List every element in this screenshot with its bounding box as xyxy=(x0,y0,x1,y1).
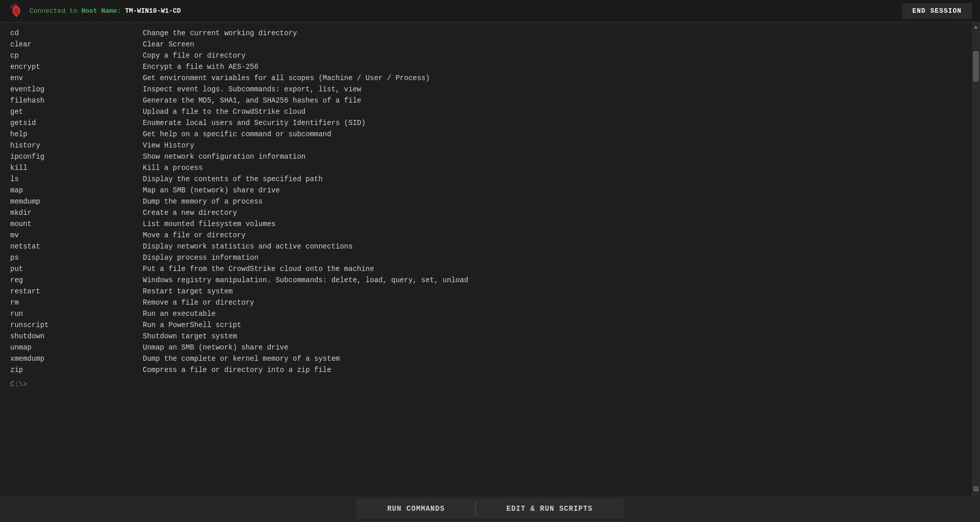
table-row: putPut a file from the CrowdStrike cloud… xyxy=(10,263,962,275)
command-desc: View History xyxy=(143,140,194,151)
table-row: runscriptRun a PowerShell script xyxy=(10,319,962,331)
table-row: rmRemove a file or directory xyxy=(10,297,962,308)
connection-label: Connected to xyxy=(30,7,78,15)
command-desc: List mounted filesystem volumes xyxy=(143,218,275,230)
falcon-logo-icon xyxy=(8,3,24,19)
table-row: xmemdumpDump the complete or kernel memo… xyxy=(10,353,962,364)
command-desc: Encrypt a file with AES-256 xyxy=(143,61,259,72)
table-row: lsDisplay the contents of the specified … xyxy=(10,173,962,185)
command-desc: Windows registry manipulation. Subcomman… xyxy=(143,275,469,286)
command-desc: Compress a file or directory into a zip … xyxy=(143,364,331,376)
table-row: zipCompress a file or directory into a z… xyxy=(10,364,962,376)
command-desc: Enumerate local users and Security Ident… xyxy=(143,117,366,129)
command-name: xmemdump xyxy=(10,353,143,364)
table-row: envGet environment variables for all sco… xyxy=(10,72,962,84)
table-row: helpGet help on a specific command or su… xyxy=(10,129,962,140)
command-name: runscript xyxy=(10,319,143,331)
table-row: ipconfigShow network configuration infor… xyxy=(10,151,962,162)
command-desc: Unmap an SMB (network) share drive xyxy=(143,342,289,353)
table-row: mkdirCreate a new directory xyxy=(10,207,962,218)
command-name: rm xyxy=(10,297,143,308)
command-name: netstat xyxy=(10,241,143,252)
edit-run-scripts-button[interactable]: EDIT & RUN SCRIPTS xyxy=(476,499,623,519)
command-name: put xyxy=(10,263,143,275)
command-name: run xyxy=(10,308,143,319)
command-desc: Remove a file or directory xyxy=(143,297,254,308)
command-name: reg xyxy=(10,275,143,286)
command-name: zip xyxy=(10,364,143,376)
command-desc: Clear Screen xyxy=(143,39,194,50)
table-row: mountList mounted filesystem volumes xyxy=(10,218,962,230)
command-name: cd xyxy=(10,28,143,39)
table-row: encryptEncrypt a file with AES-256 xyxy=(10,61,962,72)
command-desc: Get help on a specific command or subcom… xyxy=(143,129,331,140)
command-name: filehash xyxy=(10,95,143,106)
command-desc: Run an executable xyxy=(143,308,216,319)
command-name: getsid xyxy=(10,117,143,129)
host-prefix: Host Name: xyxy=(81,7,125,15)
command-name: kill xyxy=(10,162,143,173)
command-name: ps xyxy=(10,252,143,263)
scrollbar-track[interactable]: ▲ ⊡ xyxy=(972,22,980,495)
command-name: history xyxy=(10,140,143,151)
run-commands-button[interactable]: RUN COMMANDS xyxy=(356,499,475,519)
command-name: shutdown xyxy=(10,331,143,342)
command-name: restart xyxy=(10,286,143,297)
table-row: clearClear Screen xyxy=(10,39,962,50)
table-row: filehashGenerate the MD5, SHA1, and SHA2… xyxy=(10,95,962,106)
command-desc: Move a file or directory xyxy=(143,230,246,241)
command-name: memdump xyxy=(10,196,143,207)
table-row: restartRestart target system xyxy=(10,286,962,297)
command-name: help xyxy=(10,129,143,140)
table-row: killKill a process xyxy=(10,162,962,173)
command-name: unmap xyxy=(10,342,143,353)
command-desc: Shutdown target system xyxy=(143,331,237,342)
table-row: psDisplay process information xyxy=(10,252,962,263)
table-row: historyView History xyxy=(10,140,962,151)
table-row: eventlogInspect event logs. Subcommands:… xyxy=(10,84,962,95)
header: Connected to Host Name: TM-WIN10-W1-CD E… xyxy=(0,0,980,22)
bottom-bar: RUN COMMANDS EDIT & RUN SCRIPTS xyxy=(0,495,980,522)
command-desc: Display process information xyxy=(143,252,259,263)
hostname-label: Host Name: TM-WIN10-W1-CD xyxy=(81,7,180,15)
command-desc: Upload a file to the CrowdStrike cloud xyxy=(143,106,305,117)
command-name: cp xyxy=(10,50,143,61)
command-name: clear xyxy=(10,39,143,50)
header-left: Connected to Host Name: TM-WIN10-W1-CD xyxy=(8,3,180,19)
prompt-line: C:\> xyxy=(10,379,962,390)
command-desc: Put a file from the CrowdStrike cloud on… xyxy=(143,263,374,275)
terminal-output[interactable]: cdChange the current working directorycl… xyxy=(0,22,972,495)
table-row: runRun an executable xyxy=(10,308,962,319)
table-row: mapMap an SMB (network) share drive xyxy=(10,185,962,196)
command-name: ls xyxy=(10,173,143,185)
command-desc: Dump the complete or kernel memory of a … xyxy=(143,353,340,364)
command-desc: Copy a file or directory xyxy=(143,50,246,61)
table-row: mvMove a file or directory xyxy=(10,230,962,241)
table-row: shutdownShutdown target system xyxy=(10,331,962,342)
command-name: get xyxy=(10,106,143,117)
connection-status: Connected to Host Name: TM-WIN10-W1-CD xyxy=(30,7,180,15)
command-desc: Display network statistics and active co… xyxy=(143,241,353,252)
command-desc: Show network configuration information xyxy=(143,151,305,162)
command-desc: Change the current working directory xyxy=(143,28,297,39)
table-row: cdChange the current working directory xyxy=(10,28,962,39)
command-name: mkdir xyxy=(10,207,143,218)
command-desc: Map an SMB (network) share drive xyxy=(143,185,280,196)
command-desc: Inspect event logs. Subcommands: export,… xyxy=(143,84,361,95)
end-session-button[interactable]: END SESSION xyxy=(902,3,972,19)
command-table: cdChange the current working directorycl… xyxy=(10,28,962,376)
table-row: getsidEnumerate local users and Security… xyxy=(10,117,962,129)
scrollbar-up-icon[interactable]: ▲ xyxy=(972,23,979,31)
table-row: memdumpDump the memory of a process xyxy=(10,196,962,207)
scrollbar-icon-bracket[interactable]: ⊡ xyxy=(972,485,979,492)
command-name: map xyxy=(10,185,143,196)
table-row: netstatDisplay network statistics and ac… xyxy=(10,241,962,252)
command-desc: Get environment variables for all scopes… xyxy=(143,72,430,84)
command-desc: Create a new directory xyxy=(143,207,237,218)
scrollbar-thumb[interactable] xyxy=(973,51,979,82)
command-name: mount xyxy=(10,218,143,230)
command-desc: Dump the memory of a process xyxy=(143,196,263,207)
table-row: getUpload a file to the CrowdStrike clou… xyxy=(10,106,962,117)
command-desc: Run a PowerShell script xyxy=(143,319,241,331)
table-row: unmapUnmap an SMB (network) share drive xyxy=(10,342,962,353)
